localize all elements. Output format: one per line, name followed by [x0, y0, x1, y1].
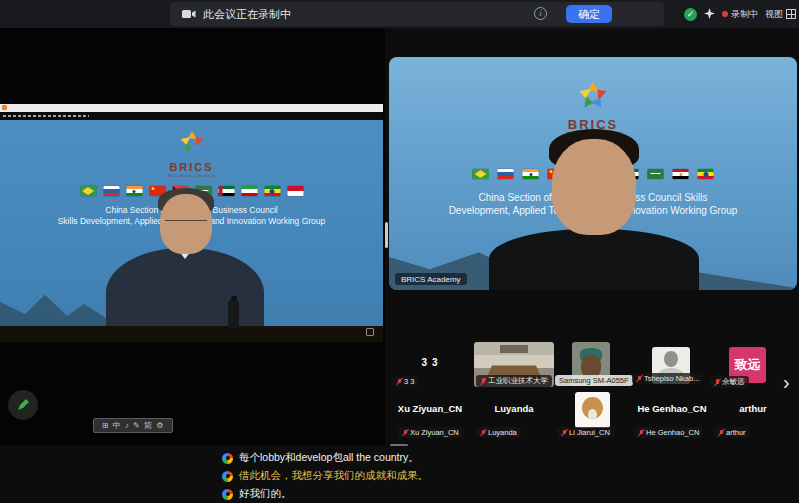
caption-text: 好我们的。 — [239, 487, 292, 501]
participant-label: Xu Ziyuan_CN — [410, 428, 459, 437]
participant-display-name: Xu Ziyuan_CN — [392, 403, 468, 414]
participant-label: 工业职业技术大学 — [488, 376, 548, 386]
top-bar: 此会议正在录制中 i 确定 ✓ 录制中 视图 — [0, 0, 799, 28]
chevron-right-icon[interactable]: › — [783, 372, 790, 392]
caption-text: 每个lobby和develop包all the country。 — [239, 451, 419, 465]
caption-line: 好我们的。 — [222, 485, 428, 503]
flag-ethiopia-icon — [264, 186, 280, 196]
brics-logo-icon — [177, 127, 207, 157]
flag-egypt-icon — [673, 169, 689, 179]
participant-label: Samsung SM-A055F — [559, 376, 629, 385]
translated-caption-icon — [222, 471, 233, 482]
muted-mic-icon — [636, 375, 642, 383]
muted-mic-icon — [396, 378, 402, 386]
top-bar-actions: ✓ 录制中 视图 — [684, 0, 796, 28]
desk — [0, 326, 383, 342]
participant-label: 佘敏远 — [722, 377, 745, 387]
participant-tile[interactable]: Luyanda Luyanda — [474, 392, 554, 438]
flag-uae-icon — [218, 186, 234, 196]
pane-divider-handle[interactable] — [385, 222, 388, 248]
participant-tile[interactable]: 工业职业技术大学 — [474, 342, 554, 387]
flag-saudi-arabia-icon — [648, 169, 664, 179]
muted-mic-icon — [480, 377, 486, 385]
ime-toolbar[interactable]: ⊞ 中 ♪ ✎ 简 ⚙ — [93, 418, 173, 433]
grid-view-icon — [786, 9, 796, 19]
participant-label: Tshepiso Nkab... — [644, 374, 699, 383]
encryption-shield-icon[interactable]: ✓ — [684, 8, 697, 21]
confirm-button[interactable]: 确定 — [566, 5, 612, 23]
sparkle-icon[interactable] — [704, 5, 715, 23]
muted-mic-icon — [561, 429, 567, 437]
shared-window-titlebar — [0, 104, 383, 112]
flag-india-icon — [126, 186, 142, 196]
slide-backdrop-left: BRICS Business Council China Section of … — [0, 120, 383, 342]
dog-avatar — [575, 392, 610, 428]
participant-label: arthur — [726, 428, 746, 437]
recording-status-text: 录制中 — [731, 8, 758, 21]
info-icon[interactable]: i — [534, 7, 547, 20]
muted-mic-icon — [480, 429, 486, 437]
meeting-window: 此会议正在录制中 i 确定 ✓ 录制中 视图 — [0, 0, 799, 503]
view-button[interactable]: 视图 — [765, 8, 796, 21]
view-button-label: 视图 — [765, 8, 783, 21]
muted-mic-icon — [718, 429, 724, 437]
tiny-title-text — [3, 115, 89, 117]
participant-label: 3 3 — [404, 377, 414, 386]
translated-caption-icon — [222, 453, 233, 464]
flag-brazil-icon — [80, 186, 96, 196]
flag-iran-icon — [241, 186, 257, 196]
recording-notice-text: 此会议正在录制中 — [203, 7, 291, 22]
participant-label: He Genhao_CN — [646, 428, 699, 437]
brics-logo-icon — [575, 77, 611, 113]
participant-display-name: Luyanda — [474, 403, 554, 414]
participant-tile[interactable]: He Genhao_CN He Genhao_CN — [634, 392, 710, 438]
brics-logo-block: BRICS Business Council — [0, 127, 383, 178]
brics-logo-subtext: Business Council — [0, 173, 383, 178]
flag-brazil-icon — [473, 169, 489, 179]
brics-logo-block: BRICS Business Council — [389, 77, 797, 137]
participant-tile[interactable]: Li Jiarui_CN — [575, 392, 610, 438]
speaker-video-tile[interactable]: BRICS Business Council China Section of … — [389, 57, 797, 290]
flag-indonesia-icon — [287, 186, 303, 196]
water-bottle — [228, 300, 239, 328]
flag-india-icon — [523, 169, 539, 179]
recording-dot-icon — [722, 11, 728, 17]
recording-camera-icon — [182, 9, 196, 19]
muted-mic-icon — [638, 429, 644, 437]
fullscreen-corner-icon[interactable] — [366, 328, 374, 336]
participant-tile[interactable]: 3 3 3 3 — [392, 337, 468, 387]
participant-tile[interactable]: 致远 佘敏远 — [729, 347, 766, 383]
shared-screen-pane[interactable]: BRICS Business Council China Section of … — [0, 28, 385, 445]
recording-notice-banner: 此会议正在录制中 i 确定 — [170, 2, 664, 26]
flag-ethiopia-icon — [698, 169, 714, 179]
muted-mic-icon — [714, 378, 720, 386]
participant-display-name: arthur — [712, 403, 794, 414]
shared-window-statusbar — [0, 112, 383, 120]
brics-logo-text: BRICS — [0, 161, 383, 173]
caption-text: 借此机会，我想分享我们的成就和成果。 — [239, 469, 428, 483]
muted-mic-icon — [402, 429, 408, 437]
participant-tile[interactable]: arthur arthur — [712, 392, 794, 438]
participant-display-name: 3 3 — [392, 357, 468, 368]
participant-display-name: 致远 — [729, 356, 766, 374]
translated-caption-icon — [222, 489, 233, 500]
presentation-app-icon — [2, 105, 7, 110]
participant-tile[interactable]: Tshepiso Nkab... — [652, 347, 690, 384]
participant-label: Luyanda — [488, 428, 517, 437]
captions-panel: 每个lobby和develop包all the country。 借此机会，我想… — [222, 449, 428, 503]
flag-russia-icon — [498, 169, 514, 179]
caption-line: 借此机会，我想分享我们的成就和成果。 — [222, 467, 428, 485]
recording-indicator: 录制中 — [722, 8, 758, 21]
participant-tile[interactable]: Samsung SM-A055F — [572, 342, 610, 386]
speaker-name-label: BRICS Academy — [395, 273, 467, 285]
participant-tile[interactable]: Xu Ziyuan_CN Xu Ziyuan_CN — [392, 392, 468, 438]
caption-line: 每个lobby和develop包all the country。 — [222, 449, 428, 467]
pencil-icon — [16, 398, 30, 412]
strip-scrollbar[interactable] — [390, 444, 408, 446]
participant-display-name: He Genhao_CN — [634, 403, 710, 414]
glasses — [165, 220, 207, 229]
annotate-button[interactable] — [8, 390, 38, 420]
flag-russia-icon — [103, 186, 119, 196]
participant-label: Li Jiarui_CN — [569, 428, 610, 437]
